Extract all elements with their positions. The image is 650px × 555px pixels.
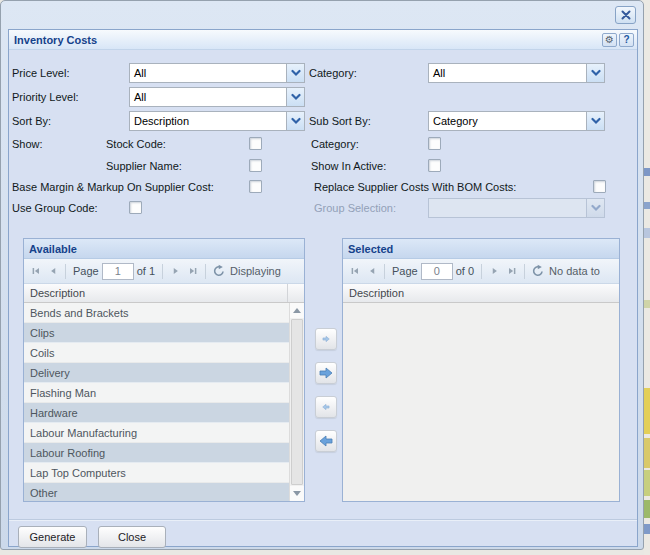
replace-bom-label: Replace Supplier Costs With BOM Costs: (314, 181, 516, 193)
next-page-icon[interactable] (167, 263, 184, 280)
description-column-header[interactable]: Description (343, 284, 619, 303)
show-label: Show: (12, 138, 43, 150)
list-item[interactable]: Hardware (24, 403, 289, 423)
list-item[interactable]: Coils (24, 343, 289, 363)
page-input[interactable] (102, 263, 134, 280)
show-category-label: Category: (311, 138, 359, 150)
chevron-down-icon (586, 199, 604, 217)
inventory-costs-panel: Inventory Costs ⚙ ? Price Level: All (8, 29, 638, 547)
sort-by-select[interactable]: Description (129, 111, 305, 131)
stock-code-label: Stock Code: (106, 138, 166, 150)
available-grid-body: Bends and BracketsClipsCoilsDeliveryFlas… (24, 303, 304, 501)
move-right-icon[interactable] (315, 328, 337, 350)
selected-grid-body (343, 303, 619, 501)
next-page-icon[interactable] (486, 263, 503, 280)
description-column-header[interactable]: Description (24, 284, 304, 303)
gear-icon: ⚙ (605, 35, 614, 45)
last-page-icon[interactable] (184, 263, 201, 280)
panel-title: Inventory Costs (14, 34, 97, 46)
priority-level-select[interactable]: All (129, 87, 305, 107)
list-item[interactable]: Bends and Brackets (24, 303, 289, 323)
refresh-icon[interactable] (529, 263, 546, 280)
scrollbar-thumb[interactable] (291, 319, 303, 485)
base-margin-label: Base Margin & Markup On Supplier Cost: (12, 181, 214, 193)
replace-bom-checkbox[interactable] (593, 180, 606, 193)
list-item[interactable]: Clips (24, 323, 289, 343)
price-level-select[interactable]: All (129, 63, 305, 83)
chevron-down-icon[interactable] (286, 88, 304, 106)
chevron-down-icon[interactable] (586, 64, 604, 82)
selected-paging-toolbar: Page of 0 No d (343, 259, 619, 284)
page-label: Page (73, 265, 99, 277)
supplier-name-label: Supplier Name: (106, 160, 182, 172)
available-paging-toolbar: Page of 1 Disp (24, 259, 304, 284)
scrollbar[interactable] (289, 303, 304, 501)
generate-button[interactable]: Generate (18, 526, 87, 548)
first-page-icon[interactable] (346, 263, 363, 280)
panel-body: Price Level: All Category: All Priority … (9, 50, 637, 546)
available-grid: Available Page of 1 (23, 238, 305, 502)
category-select[interactable]: All (428, 63, 605, 83)
scroll-down-icon[interactable] (290, 486, 304, 501)
category-label: Category: (309, 67, 357, 79)
stock-code-checkbox[interactable] (249, 137, 262, 150)
list-item[interactable]: Labour Roofing (24, 443, 289, 463)
chevron-down-icon[interactable] (286, 64, 304, 82)
last-page-icon[interactable] (503, 263, 520, 280)
group-selection-select (428, 198, 605, 218)
page-label: Page (392, 265, 418, 277)
list-item[interactable]: Other (24, 483, 289, 501)
footer-separator (9, 519, 637, 520)
use-group-code-checkbox[interactable] (129, 201, 142, 214)
priority-level-label: Priority Level: (12, 91, 79, 103)
selected-grid: Selected Page of 0 (342, 238, 620, 502)
help-icon[interactable]: ? (619, 33, 634, 47)
price-level-label: Price Level: (12, 67, 69, 79)
list-item[interactable]: Lap Top Computers (24, 463, 289, 483)
chevron-down-icon[interactable] (586, 112, 604, 130)
prev-page-icon[interactable] (44, 263, 61, 280)
column-separator (287, 284, 288, 302)
show-in-active-checkbox[interactable] (428, 159, 441, 172)
sort-by-label: Sort By: (12, 115, 51, 127)
base-margin-checkbox[interactable] (249, 180, 262, 193)
sub-sort-by-label: Sub Sort By: (309, 115, 371, 127)
selected-grid-title: Selected (343, 239, 619, 259)
background-page-sliver (644, 0, 650, 555)
page-of-label: of 0 (456, 265, 474, 277)
page-input[interactable] (421, 263, 453, 280)
paging-status: Displaying (230, 265, 281, 277)
first-page-icon[interactable] (27, 263, 44, 280)
show-category-checkbox[interactable] (428, 137, 441, 150)
screen: Inventory Costs ⚙ ? Price Level: All (0, 0, 650, 555)
available-grid-title: Available (24, 239, 304, 259)
transfer-buttons (315, 328, 337, 452)
supplier-name-checkbox[interactable] (249, 159, 262, 172)
paging-status: No data to (549, 265, 600, 277)
use-group-code-label: Use Group Code: (12, 202, 98, 214)
page-of-label: of 1 (137, 265, 155, 277)
panel-header: Inventory Costs ⚙ ? (9, 30, 637, 50)
move-all-right-icon[interactable] (315, 362, 337, 384)
group-selection-label: Group Selection: (314, 202, 396, 214)
show-in-active-label: Show In Active: (311, 160, 386, 172)
scroll-up-icon[interactable] (290, 303, 304, 318)
inventory-costs-window: Inventory Costs ⚙ ? Price Level: All (0, 0, 644, 550)
refresh-icon[interactable] (210, 263, 227, 280)
close-icon[interactable] (615, 6, 636, 24)
sub-sort-by-select[interactable]: Category (428, 111, 605, 131)
chevron-down-icon[interactable] (286, 112, 304, 130)
move-left-icon[interactable] (315, 396, 337, 418)
list-item[interactable]: Flashing Man (24, 383, 289, 403)
move-all-left-icon[interactable] (315, 430, 337, 452)
close-button[interactable]: Close (98, 526, 166, 548)
prev-page-icon[interactable] (363, 263, 380, 280)
print-icon[interactable]: ⚙ (602, 33, 617, 47)
list-item[interactable]: Delivery (24, 363, 289, 383)
list-item[interactable]: Labour Manufacturing (24, 423, 289, 443)
